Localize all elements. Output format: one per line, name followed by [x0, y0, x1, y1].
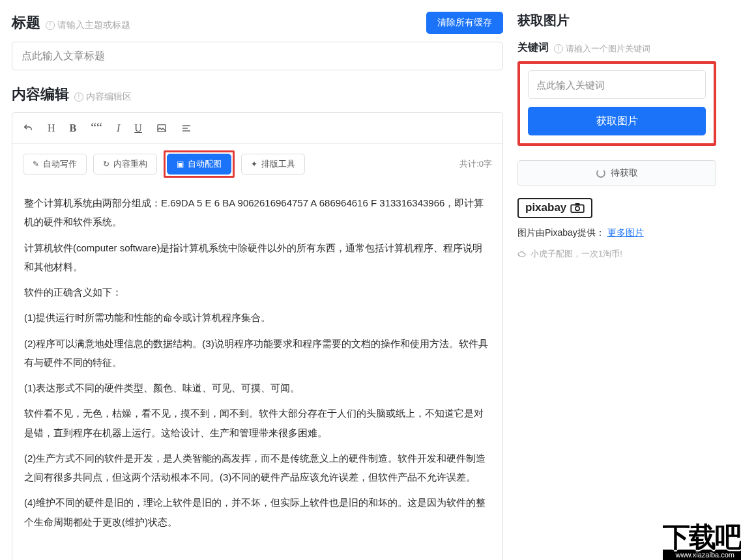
info-icon: !: [74, 92, 83, 102]
keyword-hint: ! 请输入一个图片关键词: [554, 43, 650, 55]
camera-icon: [570, 203, 585, 213]
provider-line: 图片由Pixabay提供： 更多图片: [517, 227, 716, 239]
keyword-panel-highlight: 获取图片: [517, 61, 716, 146]
sidebar-column: 获取图片 关键词 ! 请输入一个图片关键词 获取图片 待获取 pixabay 图…: [503, 0, 728, 560]
title-section-header: 标题 ! 请输入主题或标题 清除所有缓存: [12, 12, 503, 34]
info-icon: !: [46, 21, 55, 30]
spinner-icon: [596, 169, 605, 178]
auto-image-highlight: ▣ 自动配图: [164, 150, 235, 178]
italic-icon[interactable]: I: [117, 122, 120, 134]
heading-icon[interactable]: H: [48, 122, 55, 134]
editor-paragraph: 软件看不见，无色，枯燥，看不见，摸不到，闻不到。软件大部分存在于人们的头脑或纸上…: [24, 404, 491, 442]
clear-cache-button[interactable]: 清除所有缓存: [426, 12, 503, 34]
picture-icon: ▣: [177, 160, 184, 169]
fetch-status-text: 待获取: [611, 167, 638, 179]
fetch-status-panel: 待获取: [517, 160, 716, 186]
svg-rect-4: [572, 205, 585, 213]
editor-paragraph: (4)维护不同的硬件是旧的，理论上软件是旧的，并不坏，但实际上软件也是旧的和坏的…: [24, 493, 491, 531]
editor-content-area[interactable]: 整个计算机系统由两部分组成：E.69DA 5 E 6 BA 9062616964…: [12, 184, 502, 560]
wand-icon: ✦: [251, 160, 257, 169]
format-toolbar: H B ““ I U: [12, 113, 502, 144]
underline-icon[interactable]: U: [134, 122, 142, 134]
action-toolbar: ✎ 自动写作 ↻ 内容重构 ▣ 自动配图: [12, 144, 502, 184]
word-count: 共计:0字: [459, 158, 492, 170]
editor-paragraph: (1)提供运行时所需功能和性能的命令或计算机程序集合。: [24, 308, 491, 327]
editor-paragraph: 计算机软件(computer software)是指计算机系统中除硬件以外的所有…: [24, 238, 491, 277]
auto-write-button[interactable]: ✎ 自动写作: [23, 154, 87, 175]
refresh-icon: ↻: [103, 160, 109, 169]
pencil-icon: ✎: [33, 160, 39, 169]
editor-paragraph: 整个计算机系统由两部分组成：E.69DA 5 E 6 BA 9062616964…: [24, 193, 491, 232]
main-column: 标题 ! 请输入主题或标题 清除所有缓存 内容编辑 ! 内容编辑区: [0, 0, 503, 560]
editor-paragraph: 软件的正确含义如下：: [24, 283, 491, 301]
watermark: 下载吧 www.xiazaiba.com: [663, 525, 741, 560]
info-icon: !: [554, 44, 563, 53]
svg-point-5: [575, 206, 579, 210]
quote-icon[interactable]: ““: [91, 120, 102, 135]
editor-box: H B ““ I U ✎ 自动写作 ↻: [12, 112, 503, 560]
cloud-icon: [517, 250, 527, 258]
editor-paragraph: (2)生产方式不同的软件是开发，是人类智能的高发挥，而不是传统意义上的硬件制造。…: [24, 449, 491, 487]
content-editor-hint: ! 内容编辑区: [74, 91, 132, 103]
auto-image-button[interactable]: ▣ 自动配图: [167, 154, 231, 175]
content-editor-label: 内容编辑: [12, 85, 69, 104]
layout-tool-button[interactable]: ✦ 排版工具: [241, 154, 305, 175]
align-left-icon[interactable]: [181, 123, 192, 133]
svg-rect-6: [575, 203, 580, 206]
editor-paragraph: (2)程序可以满意地处理信息的数据结构。(3)说明程序功能要求和程序需要的文档的…: [24, 334, 491, 372]
title-label: 标题: [12, 13, 40, 33]
article-title-input[interactable]: [12, 42, 503, 70]
fetch-image-button[interactable]: 获取图片: [528, 107, 706, 135]
restructure-button[interactable]: ↻ 内容重构: [93, 154, 157, 175]
undo-icon[interactable]: [23, 123, 33, 133]
more-images-link[interactable]: 更多图片: [607, 227, 644, 238]
image-icon[interactable]: [156, 123, 167, 133]
balance-note: 小虎子配图，一次1淘币!: [517, 248, 622, 260]
keyword-input[interactable]: [528, 70, 706, 99]
title-hint: ! 请输入主题或标题: [46, 20, 130, 31]
pixabay-logo: pixabay: [517, 198, 592, 218]
editor-paragraph: (1)表达形式不同的硬件类型、颜色、味道、可见、可摸、可闻。: [24, 378, 491, 397]
keyword-label: 关键词: [517, 41, 549, 55]
sidebar-title: 获取图片: [517, 12, 716, 29]
bold-icon[interactable]: B: [70, 122, 77, 134]
content-editor-section: 内容编辑 ! 内容编辑区 H B ““ I U: [12, 85, 503, 560]
